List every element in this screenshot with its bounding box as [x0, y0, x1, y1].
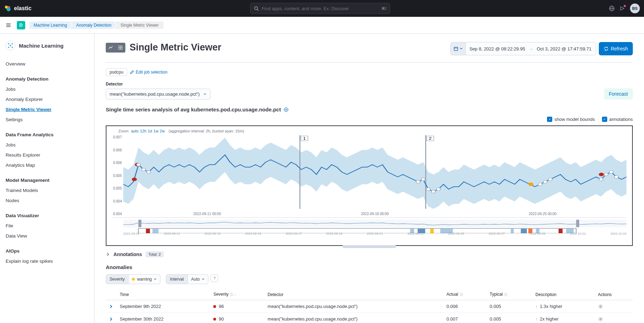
table-header[interactable]: Detector: [264, 289, 443, 300]
zoom-link[interactable]: 1d: [148, 129, 152, 133]
sidebar-item[interactable]: Settings: [6, 115, 89, 125]
brand-logo[interactable]: elastic: [4, 5, 32, 12]
edit-job-selection-link[interactable]: Edit job selection: [130, 70, 167, 75]
sidebar-item[interactable]: Trained Models: [6, 185, 89, 195]
svg-point-39: [141, 168, 145, 171]
sidebar-item[interactable]: Anomaly Explorer: [6, 94, 89, 104]
row-actions-button[interactable]: [598, 317, 630, 322]
x-tick: 2022-09-11 00:00: [193, 212, 221, 216]
table-header[interactable]: Actual ⓘ: [443, 289, 486, 300]
chart-view-toggle[interactable]: [106, 43, 116, 53]
expand-row-chevron[interactable]: [109, 305, 113, 308]
cell-typical: 0.005: [486, 300, 532, 313]
expand-row-chevron[interactable]: [109, 317, 113, 321]
sidebar-item[interactable]: Data View: [6, 231, 89, 241]
table-header[interactable]: Actions: [595, 289, 633, 300]
interval-filter[interactable]: Interval Auto ?: [166, 274, 218, 284]
page-title: Single Metric Viewer: [130, 42, 221, 53]
expand-annotations-chevron[interactable]: [106, 252, 110, 256]
newsfeed-icon[interactable]: [619, 6, 625, 11]
zoom-link[interactable]: 12h: [140, 129, 146, 133]
cell-actual: 0.007: [443, 313, 486, 323]
analysis-title: Single time series analysis of avg kuber…: [106, 106, 281, 112]
date-range-picker[interactable]: Sep 8, 2022 @ 08:22:29.95 → Oct 3, 2022 …: [450, 42, 596, 55]
main-content: Single Metric Viewer Sep 8, 2022 @ 08:22…: [95, 34, 644, 323]
help-icon[interactable]: ?: [210, 274, 218, 282]
svg-rect-18: [119, 48, 120, 49]
sidebar-item[interactable]: Jobs: [6, 140, 89, 150]
svg-point-46: [538, 183, 542, 186]
sidebar-item[interactable]: File: [6, 221, 89, 231]
sidebar-group-title: Model Management: [6, 175, 89, 185]
context-tick: 2022-09-27: [489, 232, 505, 235]
table-header[interactable]: Description: [532, 289, 595, 300]
context-tick: 2022-09-13: [205, 232, 221, 235]
grid-view-toggle[interactable]: [116, 43, 125, 53]
context-tick: 2022-09-25: [448, 232, 464, 235]
search-input[interactable]: [262, 6, 379, 11]
main-chart[interactable]: 0.0070.0060.0060.0050.0050.0040.004 12 2…: [112, 135, 626, 216]
space-selector[interactable]: D: [17, 21, 25, 29]
svg-text:2: 2: [429, 137, 432, 140]
view-toggle: [106, 43, 125, 53]
target-icon[interactable]: [284, 107, 289, 112]
breadcrumb-item[interactable]: Anomaly Detection: [70, 21, 116, 29]
row-actions-button[interactable]: [598, 304, 630, 309]
chart-container: Zoom: auto12h1d1w2w (aggregation interva…: [106, 125, 633, 246]
y-tick: 0.004: [107, 212, 122, 216]
zoom-link[interactable]: 2w: [160, 129, 165, 133]
table-header[interactable]: Time: [116, 289, 210, 300]
detector-select[interactable]: mean("kubernetes.pod.cpu.usage.node.pct"…: [106, 89, 210, 99]
svg-line-4: [257, 9, 259, 11]
show-model-bounds-toggle[interactable]: ✓ show model bounds: [547, 117, 595, 122]
severity-dot-icon: [213, 305, 216, 308]
cell-detector: mean("kubernetes.pod.cpu.usage.node.pct"…: [264, 313, 443, 323]
context-tick: 2022-09-11: [164, 232, 180, 235]
y-tick: 0.005: [107, 174, 122, 178]
severity-filter[interactable]: Severity warning: [106, 274, 160, 284]
svg-point-52: [614, 176, 618, 178]
zoom-link[interactable]: 1w: [153, 129, 158, 133]
sidebar-item[interactable]: Overview: [6, 59, 89, 69]
resize-handle[interactable]: [343, 245, 395, 248]
svg-point-44: [431, 190, 435, 193]
context-chart[interactable]: 2022-09-092022-09-112022-09-132022-09-15…: [112, 217, 626, 238]
cell-typical: 0.005: [486, 313, 532, 323]
job-pill[interactable]: podcpu: [106, 68, 127, 76]
svg-point-51: [609, 171, 613, 173]
svg-point-43: [426, 188, 430, 191]
annotations-toggle[interactable]: ✓ annotations: [602, 117, 633, 122]
nav-toggle-button[interactable]: [4, 21, 13, 29]
search-shortcut: ⌘/: [381, 6, 386, 11]
chevron-down-icon: [154, 278, 157, 281]
globe-icon[interactable]: [609, 6, 615, 11]
sidebar-item[interactable]: Explain log rate spikes: [6, 256, 89, 266]
sidebar-item[interactable]: Nodes: [6, 195, 89, 206]
svg-point-40: [147, 171, 151, 173]
forecast-button[interactable]: Forecast: [604, 88, 633, 99]
sidebar: Machine Learning OverviewAnomaly Detecti…: [0, 34, 95, 323]
zoom-link[interactable]: auto: [131, 129, 138, 133]
svg-point-34: [132, 178, 137, 181]
table-header[interactable]: Severity ⓘ ↓: [210, 289, 264, 300]
arrow-right-icon: →: [529, 46, 533, 51]
calendar-icon[interactable]: [451, 42, 466, 55]
global-search[interactable]: ⌘/: [250, 3, 390, 14]
sidebar-item[interactable]: Results Explorer: [6, 150, 89, 160]
cell-severity: 96: [210, 300, 264, 313]
cell-description: ↑1.3x higher: [532, 300, 595, 313]
table-header[interactable]: Typical ⓘ: [486, 289, 532, 300]
x-tick: 2022-09-25 00:00: [529, 212, 556, 216]
sidebar-item[interactable]: Single Metric Viewer: [6, 104, 89, 115]
refresh-button[interactable]: Refresh: [599, 42, 633, 55]
sidebar-title: Machine Learning: [19, 43, 64, 49]
y-tick: 0.007: [107, 135, 122, 139]
sidebar-item[interactable]: Jobs: [6, 84, 89, 94]
chevron-down-icon: [202, 278, 205, 281]
sidebar-group-title: AIOps: [6, 246, 89, 256]
arrow-up-icon: ↑: [535, 304, 538, 309]
svg-rect-54: [138, 220, 141, 227]
user-avatar[interactable]: BS: [630, 4, 640, 13]
breadcrumb-item[interactable]: Machine Learning: [29, 21, 72, 29]
sidebar-item[interactable]: Analytics Map: [6, 160, 89, 170]
